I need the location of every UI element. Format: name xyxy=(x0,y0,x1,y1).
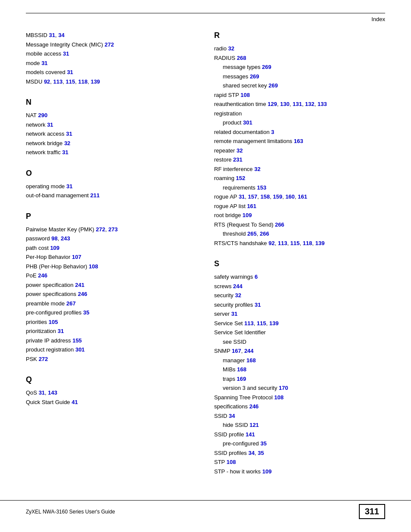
index-link[interactable]: 141 xyxy=(246,431,255,438)
index-link[interactable]: 31 xyxy=(49,32,55,38)
index-link[interactable]: 31 xyxy=(63,50,69,57)
index-link[interactable]: 301 xyxy=(243,119,252,126)
index-link[interactable]: 118 xyxy=(78,78,87,85)
index-link[interactable]: 269 xyxy=(250,73,259,80)
index-link[interactable]: 129 xyxy=(268,101,277,107)
index-link[interactable]: 108 xyxy=(274,394,283,401)
index-link[interactable]: 266 xyxy=(260,230,269,237)
index-link[interactable]: 6 xyxy=(255,274,258,280)
index-link[interactable]: 109 xyxy=(243,212,252,218)
index-link[interactable]: 169 xyxy=(237,376,246,382)
index-link[interactable]: 32 xyxy=(228,45,234,52)
index-link[interactable]: 269 xyxy=(262,64,271,70)
index-link[interactable]: 265 xyxy=(247,230,257,237)
index-link[interactable]: 290 xyxy=(38,112,47,118)
index-link[interactable]: 139 xyxy=(90,78,100,85)
index-link[interactable]: 98 xyxy=(51,235,57,242)
index-link[interactable]: 139 xyxy=(315,240,325,246)
index-link[interactable]: 266 xyxy=(275,221,284,228)
index-link[interactable]: 143 xyxy=(48,389,57,396)
index-link[interactable]: 109 xyxy=(262,468,272,475)
index-link[interactable]: 272 xyxy=(96,226,106,233)
index-entry: repeater 32 xyxy=(214,146,385,155)
index-link[interactable]: 168 xyxy=(246,357,256,364)
index-link[interactable]: 31 xyxy=(41,60,47,66)
index-link[interactable]: 272 xyxy=(105,41,114,48)
index-link[interactable]: 31 xyxy=(39,389,45,396)
index-link[interactable]: 115 xyxy=(66,78,75,85)
index-link[interactable]: 32 xyxy=(64,140,70,146)
index-link[interactable]: 163 xyxy=(294,138,303,144)
index-link[interactable]: 161 xyxy=(247,203,256,209)
index-link[interactable]: 34 xyxy=(58,32,64,38)
index-link[interactable]: 113 xyxy=(278,240,287,246)
index-link[interactable]: 130 xyxy=(280,101,290,107)
index-link[interactable]: 35 xyxy=(83,309,89,316)
index-link[interactable]: 31 xyxy=(58,328,64,334)
index-link[interactable]: 109 xyxy=(50,245,59,251)
index-link[interactable]: 246 xyxy=(78,291,87,297)
index-link[interactable]: 244 xyxy=(244,348,254,354)
index-link[interactable]: 108 xyxy=(227,459,236,465)
index-link[interactable]: 272 xyxy=(39,356,48,362)
index-link[interactable]: 157 xyxy=(248,193,258,200)
index-link[interactable]: 244 xyxy=(233,283,243,289)
index-link[interactable]: 269 xyxy=(268,82,278,89)
index-link[interactable]: 31 xyxy=(66,183,72,190)
index-link[interactable]: 108 xyxy=(89,263,98,270)
index-link[interactable]: 31 xyxy=(47,121,53,128)
index-link[interactable]: 241 xyxy=(75,282,84,288)
index-link[interactable]: 115 xyxy=(290,240,300,246)
index-link[interactable]: 31 xyxy=(66,131,72,137)
index-link[interactable]: 152 xyxy=(236,175,246,181)
index-link[interactable]: 105 xyxy=(49,319,58,325)
index-link[interactable]: 31 xyxy=(62,149,68,156)
index-link[interactable]: 170 xyxy=(279,385,288,391)
index-link[interactable]: 31 xyxy=(231,311,237,317)
index-link[interactable]: 268 xyxy=(237,55,246,61)
index-link[interactable]: 35 xyxy=(258,450,264,456)
index-link[interactable]: 34 xyxy=(229,413,235,419)
index-link[interactable]: 160 xyxy=(285,193,295,200)
index-link[interactable]: 92 xyxy=(268,240,274,246)
index-link[interactable]: 131 xyxy=(293,101,302,107)
index-link[interactable]: 32 xyxy=(254,166,260,172)
index-link[interactable]: 108 xyxy=(240,92,250,98)
index-link[interactable]: 301 xyxy=(75,346,85,353)
index-link[interactable]: 139 xyxy=(269,320,279,327)
index-link[interactable]: 3 xyxy=(271,129,274,135)
index-link[interactable]: 113 xyxy=(53,78,63,85)
index-link[interactable]: 231 xyxy=(233,156,243,163)
index-link[interactable]: 211 xyxy=(90,192,100,199)
index-link[interactable]: 267 xyxy=(66,300,76,307)
index-link[interactable]: 32 xyxy=(235,292,241,299)
index-link[interactable]: 158 xyxy=(261,193,270,200)
index-link[interactable]: 167 xyxy=(232,348,241,354)
index-link[interactable]: 155 xyxy=(72,337,82,344)
index-link[interactable]: 118 xyxy=(303,240,312,246)
index-link[interactable]: 246 xyxy=(249,403,259,410)
index-link[interactable]: 31 xyxy=(239,193,245,200)
index-link[interactable]: 246 xyxy=(38,272,47,279)
index-link[interactable]: 92 xyxy=(44,78,50,85)
index-entry: specifications 246 xyxy=(214,402,385,411)
index-link[interactable]: 31 xyxy=(255,302,261,308)
index-link[interactable]: 273 xyxy=(108,226,118,233)
index-link[interactable]: 121 xyxy=(249,422,259,428)
index-link[interactable]: 159 xyxy=(273,193,282,200)
index-link[interactable]: 41 xyxy=(72,399,78,405)
index-link[interactable]: 35 xyxy=(260,440,266,447)
index-link[interactable]: 161 xyxy=(298,193,307,200)
index-link[interactable]: 113 xyxy=(244,320,254,327)
index-link[interactable]: 31 xyxy=(67,69,73,75)
index-entry: Pairwise Master Key (PMK) 272, 273 xyxy=(26,225,197,234)
index-link[interactable]: 34 xyxy=(248,450,254,456)
index-link[interactable]: 132 xyxy=(305,101,314,107)
index-link[interactable]: 243 xyxy=(61,235,70,242)
index-link[interactable]: 107 xyxy=(72,254,81,260)
index-link[interactable]: 115 xyxy=(257,320,266,327)
index-link[interactable]: 153 xyxy=(257,184,266,191)
index-link[interactable]: 168 xyxy=(237,366,246,373)
index-link[interactable]: 32 xyxy=(237,147,243,154)
index-link[interactable]: 133 xyxy=(318,101,327,107)
